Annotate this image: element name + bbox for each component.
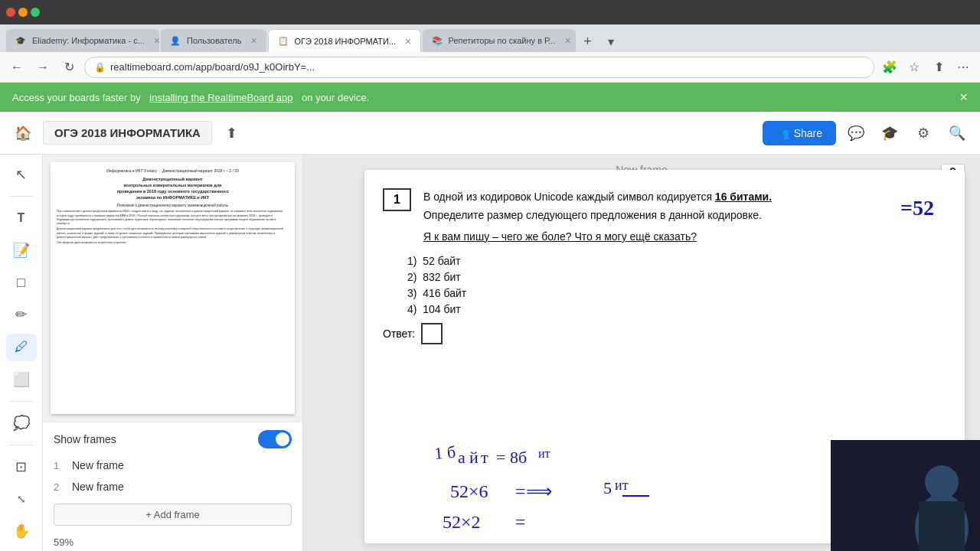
preview-doc-subtitle: Пояснения к демонстрационному варианту э… [57, 204, 289, 209]
svg-text:= 8б: = 8б [496, 448, 527, 467]
extensions-button[interactable]: 🧩 [879, 57, 900, 78]
eraser-tool[interactable]: ⬜ [6, 366, 37, 393]
question-line1: В одной из кодировок Unicode каждый симв… [423, 188, 888, 207]
text-tool[interactable]: T [6, 204, 37, 232]
svg-text:1 б: 1 б [433, 442, 456, 463]
answer-row: Ответ: [383, 323, 946, 344]
hand-tool[interactable]: ✋ [6, 517, 37, 545]
reload-button[interactable]: ↻ [58, 57, 80, 78]
tab-rep-label: Репетиторы по скайну в Р... [449, 36, 556, 45]
tool-divider-1 [10, 196, 33, 197]
add-frame-button[interactable]: + Add frame [54, 504, 292, 526]
answer-option-2: 2) 832 бит [407, 271, 946, 283]
toggle-thumb [276, 432, 289, 446]
upload-button[interactable]: ⬆ [218, 119, 246, 147]
tab-eliademy[interactable]: 🎓 Eliademy: Информатика - с... × [6, 29, 159, 52]
banner-close-button[interactable]: × [959, 90, 968, 106]
video-overlay [831, 440, 980, 551]
sidebar-controls: Show frames 1 New frame 2 New frame + Ad… [43, 422, 302, 533]
frame-number-1: 1 [54, 460, 66, 471]
notification-banner: Access your boards faster by installing … [0, 83, 980, 112]
show-frames-row: Show frames [54, 430, 292, 448]
canvas-area[interactable]: New frame 2 1 В одной из кодировок Unico… [303, 155, 980, 551]
share-icon: 👥 [776, 127, 789, 139]
share-label: Share [794, 127, 822, 139]
app-body: ↖ T 📝 □ ✏ 🖊 ⬜ 💭 ⊡ ⤡ ✋ Информатика и ИКТ … [0, 155, 980, 551]
svg-rect-15 [919, 501, 965, 551]
tab-close-icon[interactable]: × [154, 34, 159, 47]
shape-rect-tool[interactable]: □ [6, 269, 37, 296]
svg-text:=⟹: =⟹ [515, 481, 552, 501]
annotation-52: =52 [900, 196, 946, 220]
svg-text:ит: ит [615, 478, 629, 493]
expand-tool[interactable]: ⤡ [6, 485, 37, 513]
svg-text:ит: ит [538, 447, 550, 460]
nav-bar: ← → ↻ 🔒 realtimeboard.com/app/board/o9J_… [0, 52, 980, 83]
sidebar: Информатика и ИКТ 9 класс Демонстрационн… [43, 155, 303, 551]
comments-button[interactable]: 💬 [842, 119, 870, 147]
back-button[interactable]: ← [6, 57, 28, 78]
board-title[interactable]: ОГЭ 2018 ИНФОРМАТИКА [43, 121, 212, 145]
tab-close-rep-icon[interactable]: × [564, 34, 570, 47]
tool-divider-3 [10, 445, 33, 445]
address-text: realtimeboard.com/app/board/o9J_k0OirbY=… [110, 61, 315, 73]
tool-divider-2 [10, 401, 33, 402]
tab-user[interactable]: 👤 Пользователь × [161, 29, 266, 52]
tab-close-oge-icon[interactable]: × [405, 35, 411, 47]
svg-text:52×2: 52×2 [443, 512, 481, 532]
frame-list: 1 New frame 2 New frame [54, 456, 292, 496]
tab-rep[interactable]: 📚 Репетиторы по скайну в Р... × [423, 29, 576, 52]
question-number: 1 [383, 188, 411, 211]
select-tool[interactable]: ↖ [6, 161, 37, 188]
bookmark-button[interactable]: ☆ [903, 57, 925, 78]
frame-item-2[interactable]: 2 New frame [54, 478, 292, 496]
sentence-text: Я к вам пишу – чего же боле? Что я могу … [423, 230, 697, 243]
svg-text:й: й [469, 448, 479, 467]
svg-text:т: т [481, 448, 488, 467]
svg-text:5: 5 [603, 478, 612, 497]
frame-item-1[interactable]: 1 New frame [54, 456, 292, 474]
maximize-button[interactable] [31, 8, 40, 17]
zoom-display: 59% [43, 533, 302, 551]
close-button[interactable] [6, 8, 15, 17]
notification-link[interactable]: installing the RealtimeBoard app [149, 92, 292, 103]
highlight-16bits: 16 битами. [715, 191, 772, 203]
sticky-note-tool[interactable]: 📝 [6, 236, 37, 264]
svg-text:=: = [515, 512, 526, 532]
tab-oge-label: ОГЭ 2018 ИНФОРМАТИ... [295, 37, 396, 46]
forward-button[interactable]: → [32, 57, 54, 78]
marker-tool[interactable]: 🖊 [6, 334, 37, 361]
tab-oge[interactable]: 📋 ОГЭ 2018 ИНФОРМАТИ... × [268, 29, 421, 52]
tab-eliademy-label: Eliademy: Информатика - с... [32, 36, 145, 45]
question-sentence: Я к вам пишу – чего же боле? Что я могу … [423, 228, 888, 246]
title-bar [0, 0, 980, 24]
answer-box [421, 323, 443, 344]
tab-overflow-button[interactable]: ▾ [600, 31, 622, 52]
share-nav-button[interactable]: ⬆ [928, 57, 949, 78]
education-button[interactable]: 🎓 [876, 119, 903, 147]
tab-bar: 🎓 Eliademy: Информатика - с... × 👤 Польз… [0, 24, 980, 52]
address-bar[interactable]: 🔒 realtimeboard.com/app/board/o9J_k0Oirb… [84, 57, 874, 78]
app-toolbar: 🏠 ОГЭ 2018 ИНФОРМАТИКА ⬆ 👥 Share 💬 🎓 ⚙ 🔍 [0, 112, 980, 155]
share-button[interactable]: 👥 Share [763, 121, 836, 145]
menu-button[interactable]: ⋯ [952, 57, 974, 78]
comments-tool[interactable]: 💭 [6, 409, 37, 437]
tab-close-user-icon[interactable]: × [250, 34, 256, 47]
video-person [831, 440, 980, 551]
question-text: В одной из кодировок Unicode каждый симв… [423, 188, 888, 246]
minimize-button[interactable] [18, 8, 28, 17]
home-button[interactable]: 🏠 [9, 119, 37, 147]
fit-screen-tool[interactable]: ⊡ [6, 453, 37, 481]
new-tab-button[interactable]: + [577, 31, 599, 52]
preview-doc-title: Демонстрационный вариантконтрольных изме… [57, 176, 289, 201]
question-line2: Определите размер следующего предложения… [423, 207, 888, 225]
settings-button[interactable]: ⚙ [910, 119, 937, 147]
search-button[interactable]: 🔍 [943, 119, 971, 147]
pen-tool[interactable]: ✏ [6, 301, 37, 328]
notification-text-after: on your device. [302, 92, 369, 103]
show-frames-toggle[interactable] [258, 430, 292, 448]
svg-text:52×6: 52×6 [450, 481, 488, 501]
left-tools-panel: ↖ T 📝 □ ✏ 🖊 ⬜ 💭 ⊡ ⤡ ✋ [0, 155, 43, 551]
notification-text-before: Access your boards faster by [12, 92, 141, 103]
answer-label: Ответ: [383, 328, 415, 340]
